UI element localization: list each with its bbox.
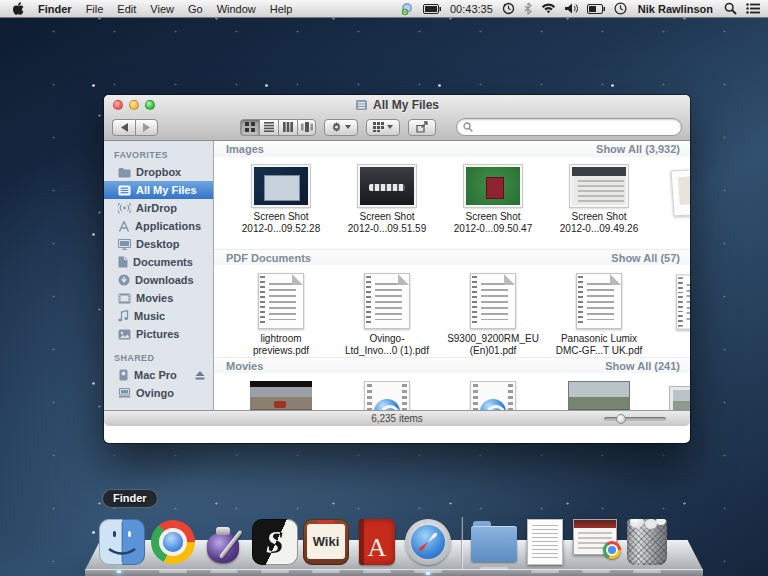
sidebar-item-downloads[interactable]: Downloads — [104, 271, 213, 289]
crumpled-paper-icon — [630, 519, 644, 528]
folder-dock-icon[interactable] — [471, 526, 517, 562]
spotlight-icon[interactable] — [724, 2, 737, 15]
sync-icon[interactable] — [400, 2, 414, 16]
file-item[interactable]: Panasonic LumixDMC-GF...T UK.pdf — [546, 273, 652, 357]
arrange-menu-button[interactable] — [366, 119, 400, 136]
pdf-icon — [364, 273, 410, 329]
icon-size-slider[interactable] — [604, 417, 666, 421]
section-title: PDF Documents — [226, 252, 311, 264]
close-button[interactable] — [113, 100, 123, 110]
apple-menu-icon[interactable] — [12, 2, 24, 16]
airdrop-icon — [118, 203, 131, 214]
image-thumbnail — [464, 165, 522, 207]
sidebar-item-dropbox[interactable]: Dropbox — [104, 163, 213, 181]
dock: S Wiki A — [85, 504, 703, 576]
applications-icon — [118, 221, 130, 232]
share-button[interactable] — [408, 119, 436, 136]
sidebar-item-desktop[interactable]: Desktop — [104, 235, 213, 253]
pdf-icon — [258, 273, 304, 329]
search-field[interactable] — [456, 118, 682, 136]
menu-bar: Finder File Edit View Go Window Help 00:… — [0, 0, 768, 18]
file-item[interactable]: Screen Shot2012-0...09.52.28 — [228, 165, 334, 249]
finder-dock-icon[interactable] — [99, 519, 145, 565]
time-machine-icon[interactable] — [502, 2, 515, 15]
action-menu-button[interactable] — [324, 119, 358, 136]
menu-window[interactable]: Window — [217, 3, 256, 15]
wiki-app-dock-icon[interactable]: Wiki — [303, 519, 349, 565]
movies-icon — [118, 293, 131, 304]
battery-timer-icon[interactable] — [423, 4, 441, 14]
file-item[interactable]: Ovingo-Ltd_Invo...0 (1).pdf — [334, 273, 440, 357]
search-input[interactable] — [477, 121, 675, 133]
icon-view-button[interactable] — [240, 119, 259, 136]
scrivener-dock-icon[interactable]: S — [252, 519, 298, 565]
menu-file[interactable]: File — [86, 3, 104, 15]
sidebar-item-airdrop[interactable]: AirDrop — [104, 199, 213, 217]
file-item[interactable]: MOV — [440, 381, 546, 410]
menu-view[interactable]: View — [150, 3, 174, 15]
coverflow-view-button[interactable] — [297, 119, 316, 136]
notification-center-icon[interactable] — [746, 3, 760, 14]
safari-dock-icon[interactable] — [405, 519, 451, 565]
pdf-stack-thumbnail — [675, 273, 690, 333]
sidebar-item-pictures[interactable]: Pictures — [104, 325, 213, 343]
sidebar-item-music[interactable]: Music — [104, 307, 213, 325]
file-item[interactable]: Screen Shot2012-0...09.49.26 — [546, 165, 652, 249]
forward-button[interactable] — [135, 119, 158, 136]
filmstrip-thumbnail — [670, 385, 690, 410]
wifi-icon[interactable] — [541, 3, 556, 14]
desktop-icon — [118, 239, 131, 250]
user-menu[interactable]: Nik Rawlinson — [636, 3, 715, 15]
file-item[interactable]: Screen Shot2012-0...09.51.59 — [334, 165, 440, 249]
menu-go[interactable]: Go — [188, 3, 203, 15]
search-icon — [463, 122, 473, 132]
trash-dock-icon[interactable] — [624, 519, 670, 565]
chrome-dock-icon[interactable] — [150, 519, 196, 565]
volume-icon[interactable] — [565, 3, 578, 14]
list-view-button[interactable] — [259, 119, 278, 136]
document-icon — [118, 256, 128, 268]
minimized-document-window[interactable] — [522, 519, 568, 565]
dock-tooltip: Finder — [102, 489, 158, 508]
inkwell-app-dock-icon[interactable] — [201, 519, 247, 565]
file-item[interactable]: MOV — [334, 381, 440, 410]
sidebar-item-applications[interactable]: Applications — [104, 217, 213, 235]
file-item[interactable]: Screen Shot2012-0...09.50.47 — [440, 165, 546, 249]
file-item-partial[interactable] — [652, 381, 690, 410]
show-all-movies-link[interactable]: Show All (241) — [605, 360, 680, 372]
menu-help[interactable]: Help — [270, 3, 293, 15]
back-button[interactable] — [112, 119, 135, 136]
menu-finder[interactable]: Finder — [38, 3, 72, 15]
eject-icon[interactable] — [195, 371, 205, 380]
show-all-images-link[interactable]: Show All (3,932) — [596, 143, 680, 155]
sidebar-item-movies[interactable]: Movies — [104, 289, 213, 307]
file-item[interactable]: S9300_9200RM_EU(En)01.pdf — [440, 273, 546, 357]
window-chrome[interactable]: All My Files — [104, 95, 690, 141]
video-thumbnail — [568, 381, 630, 410]
show-all-pdfs-link[interactable]: Show All (57) — [611, 252, 680, 264]
sidebar-item-all-my-files[interactable]: All My Files — [104, 181, 213, 199]
file-item[interactable]: lightroompreviews.pdf — [228, 273, 334, 357]
bluetooth-icon[interactable] — [524, 2, 532, 15]
downloads-icon — [118, 274, 130, 286]
file-item[interactable] — [546, 381, 652, 410]
sidebar-item-mac-pro[interactable]: Mac Pro — [104, 366, 213, 384]
menu-edit[interactable]: Edit — [117, 3, 136, 15]
sidebar-item-ovingo[interactable]: Ovingo — [104, 384, 213, 402]
window-title: All My Files — [373, 98, 439, 112]
sidebar-item-documents[interactable]: Documents — [104, 253, 213, 271]
title-bar[interactable]: All My Files — [104, 95, 690, 114]
battery-icon[interactable] — [587, 4, 605, 14]
file-item[interactable] — [228, 381, 334, 410]
file-item-partial[interactable] — [652, 165, 690, 249]
column-view-button[interactable] — [278, 119, 297, 136]
minimized-browser-window[interactable] — [573, 519, 619, 565]
movies-row: MOV MOV — [214, 373, 690, 410]
dictionary-dock-icon[interactable]: A — [354, 519, 400, 565]
clock-icon[interactable] — [614, 2, 627, 15]
section-header-movies: Movies Show All (241) — [214, 357, 690, 373]
file-item-partial[interactable] — [652, 273, 690, 357]
zoom-button[interactable] — [145, 100, 155, 110]
minimize-button[interactable] — [129, 100, 139, 110]
slider-thumb[interactable] — [616, 414, 626, 424]
